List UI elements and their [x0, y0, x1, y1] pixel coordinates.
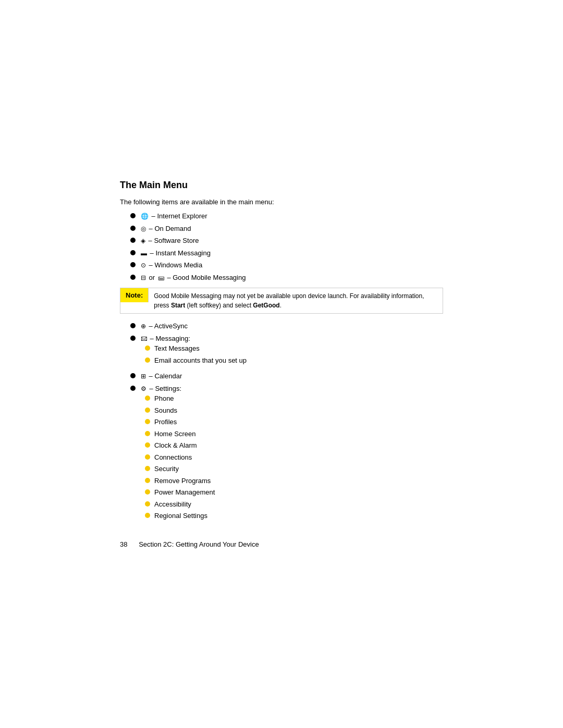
list-item: ⊟ or 🖴 – Good Mobile Messaging: [130, 273, 443, 283]
bullet-icon: [130, 336, 136, 341]
ie-icon: 🌐: [141, 212, 149, 221]
bullet-icon: [130, 386, 136, 391]
sub-bullet-icon: [145, 442, 150, 448]
note-content: Good Mobile Messaging may not yet be ava…: [149, 288, 443, 313]
sub-item-text: Home Screen: [154, 429, 195, 439]
list-item-activesync: ⊕ – ActiveSync: [130, 321, 443, 331]
sub-list-item-phone: Phone: [145, 393, 443, 404]
list-item-settings: ⚙ – Settings: Phone Sounds Pr: [130, 384, 443, 525]
ondemand-icon: ◎: [141, 224, 146, 233]
sub-bullet-icon: [145, 513, 150, 518]
note-text2: (left softkey) and select: [185, 302, 253, 309]
sub-list-item-remove-programs: Remove Programs: [145, 476, 443, 486]
item-text: ⊙ – Windows Media: [140, 260, 202, 270]
sub-bullet-icon: [145, 431, 150, 436]
footer: 38 Section 2C: Getting Around Your Devic…: [120, 540, 443, 548]
sub-bullet-icon: [145, 478, 150, 483]
sub-bullet-icon: [145, 396, 150, 401]
im-icon: ▬: [141, 249, 147, 258]
sub-list-item: Email accounts that you set up: [145, 355, 443, 366]
sub-item-text: Remove Programs: [154, 476, 211, 486]
item-text: ◎ – On Demand: [140, 224, 191, 234]
sub-bullet-icon: [145, 346, 150, 351]
section-label: Section 2C: Getting Around Your Device: [139, 540, 259, 548]
sub-item-text: Accessibility: [154, 499, 191, 510]
main-menu-list: 🌐 – Internet Explorer ◎ – On Demand ◈ – …: [130, 211, 443, 282]
item-text: ⚙ – Settings:: [140, 384, 181, 394]
item-text: ◈ – Software Store: [140, 236, 199, 246]
secondary-menu-list: ⊕ – ActiveSync 🖂 – Messaging: Text Messa…: [130, 321, 443, 525]
item-text: 🌐 – Internet Explorer: [140, 211, 207, 221]
sub-bullet-icon: [145, 454, 150, 460]
page-number: 38: [120, 540, 127, 548]
sub-bullet-icon: [145, 408, 150, 413]
sub-list-item-accessibility: Accessibility: [145, 499, 443, 510]
note-text3: .: [280, 302, 282, 309]
sub-list-item-profiles: Profiles: [145, 417, 443, 427]
item-text: ⊕ – ActiveSync: [140, 321, 188, 331]
sub-bullet-icon: [145, 489, 150, 495]
sub-item-text: Security: [154, 464, 179, 474]
bullet-icon: [130, 213, 136, 218]
windows-media-icon: ⊙: [141, 261, 146, 270]
note-box: Note: Good Mobile Messaging may not yet …: [120, 288, 443, 314]
bullet-icon: [130, 238, 136, 243]
sub-item-text: Clock & Alarm: [154, 440, 197, 451]
sub-list-item-security: Security: [145, 464, 443, 474]
calendar-icon: ⊞: [141, 372, 146, 381]
sub-list-item-homescreen: Home Screen: [145, 429, 443, 439]
list-item-messaging: 🖂 – Messaging: Text Messages Email accou…: [130, 334, 443, 369]
item-text: 🖂 – Messaging:: [140, 334, 190, 344]
sub-list-item-connections: Connections: [145, 452, 443, 463]
item-text: ▬ – Instant Messaging: [140, 248, 211, 258]
bullet-icon: [130, 226, 136, 231]
intro-text: The following items are available in the…: [120, 198, 443, 206]
list-item: ⊙ – Windows Media: [130, 260, 443, 270]
sub-item-text: Regional Settings: [154, 511, 207, 521]
sub-item-text: Text Messages: [154, 343, 200, 354]
item-text: ⊟ or 🖴 – Good Mobile Messaging: [140, 273, 246, 283]
list-item-calendar: ⊞ – Calendar: [130, 371, 443, 381]
list-item: ◎ – On Demand: [130, 224, 443, 234]
activesync-icon: ⊕: [141, 322, 146, 331]
list-item: ▬ – Instant Messaging: [130, 248, 443, 258]
bullet-icon: [130, 323, 136, 328]
note-bold2: GetGood: [253, 302, 279, 309]
note-label: Note:: [120, 288, 149, 302]
sub-bullet-icon: [145, 419, 150, 424]
sub-item-text: Sounds: [154, 405, 177, 416]
settings-icon: ⚙: [141, 384, 146, 393]
sub-bullet-icon: [145, 466, 150, 471]
messaging-icon: 🖂: [141, 334, 147, 343]
sub-item-text: Power Management: [154, 487, 215, 498]
list-item: ◈ – Software Store: [130, 236, 443, 246]
bullet-icon: [130, 373, 136, 378]
sub-bullet-icon: [145, 501, 150, 507]
softwarestore-icon: ◈: [141, 236, 145, 245]
sub-bullet-icon: [145, 357, 150, 363]
gmm-icon1: ⊟: [141, 273, 146, 282]
page-title: The Main Menu: [120, 180, 443, 191]
bullet-icon: [130, 275, 136, 280]
bullet-icon: [130, 250, 136, 255]
note-bold1: Start: [171, 302, 185, 309]
sub-item-text: Profiles: [154, 417, 177, 427]
sub-item-text: Email accounts that you set up: [154, 355, 247, 366]
sub-list-item-power-management: Power Management: [145, 487, 443, 498]
sub-item-text: Phone: [154, 393, 174, 404]
sub-list-item: Text Messages: [145, 343, 443, 354]
item-text: ⊞ – Calendar: [140, 371, 182, 381]
sub-list-item-sounds: Sounds: [145, 405, 443, 416]
sub-item-text: Connections: [154, 452, 192, 463]
page: The Main Menu The following items are av…: [99, 149, 464, 579]
list-item: 🌐 – Internet Explorer: [130, 211, 443, 221]
messaging-sub-list: Text Messages Email accounts that you se…: [145, 343, 443, 367]
sub-list-item-clock: Clock & Alarm: [145, 440, 443, 451]
settings-sub-list: Phone Sounds Profiles Home Screen: [145, 393, 443, 523]
bullet-icon: [130, 262, 136, 267]
gmm-icon2: 🖴: [158, 273, 164, 282]
sub-list-item-regional: Regional Settings: [145, 511, 443, 521]
